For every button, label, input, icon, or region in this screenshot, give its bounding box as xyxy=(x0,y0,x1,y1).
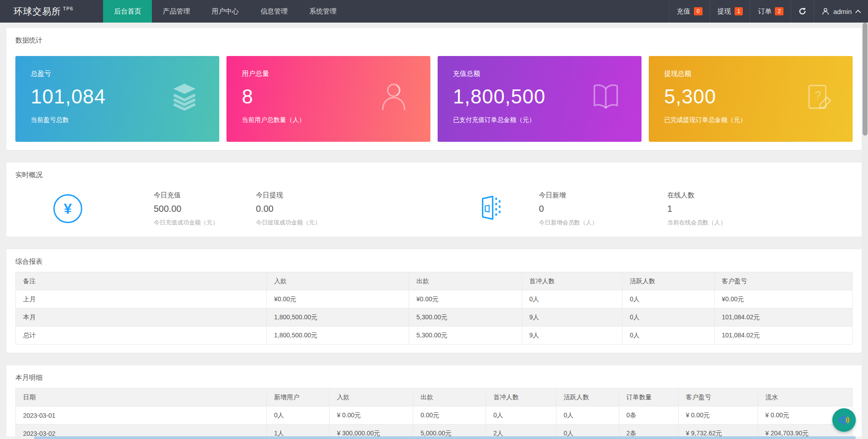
vertical-scrollbar-thumb[interactable] xyxy=(863,23,868,135)
table-header-row: 备注 入款 出款 首冲人数 活跃人数 客户盈亏 xyxy=(16,272,853,290)
door-panel-icon xyxy=(476,195,503,223)
app-logo: 环球交易所 TP6 xyxy=(0,0,87,23)
realtime-stat-today-withdraw: 今日提现 0.00 今日提现成功金额（元） xyxy=(256,191,358,227)
table-cell: 0人 xyxy=(556,406,619,425)
stats-panel: 数据统计 总盈亏 101,084 当前盈亏总数 用户总量 8 当 xyxy=(6,28,862,150)
withdraw-shortcut[interactable]: 提现 1 xyxy=(710,0,750,23)
voice-broadcast-button[interactable] xyxy=(832,408,856,432)
table-row: 总计 1,800,500.00元 5,300.00元 9人 0人 101,084… xyxy=(16,327,853,345)
table-row: 上月 ¥0.00元 ¥0.00元 0人 0人 ¥0.00元 xyxy=(16,290,853,308)
col-header: 首冲人数 xyxy=(486,388,556,406)
table-header-row: 日期 新增用户 入款 出款 首冲人数 活跃人数 订单数量 客户盈亏 流水 xyxy=(16,388,853,406)
col-header: 活跃人数 xyxy=(556,388,619,406)
main-menu: 后台首页 产品管理 用户中心 信息管理 系统管理 xyxy=(103,0,347,23)
svg-text:?: ? xyxy=(815,89,821,102)
realtime-stat-today-recharge: 今日充值 500.00 今日充值成功金额（元） xyxy=(154,191,256,227)
realtime-stat-new-members: 今日新增 0 今日新增会员数（人） xyxy=(539,191,667,227)
stat-card-desc: 当前盈亏总数 xyxy=(31,116,204,124)
table-cell: ¥0.00元 xyxy=(267,290,409,308)
stat-card-label: 总盈亏 xyxy=(31,70,204,78)
table-cell: 101,084.02元 xyxy=(714,327,852,345)
admin-menu[interactable]: admin xyxy=(814,0,868,23)
stat-desc: 今日新增会员数（人） xyxy=(539,219,667,227)
stat-value: 0 xyxy=(539,204,667,214)
stat-desc: 今日提现成功金额（元） xyxy=(256,219,358,227)
table-cell: 5,300.00元 xyxy=(409,308,522,327)
orders-label: 订单 xyxy=(758,7,771,16)
stat-card-label: 用户总量 xyxy=(242,70,415,78)
stat-card-desc: 已支付充值订单总金额（元） xyxy=(453,116,626,124)
menu-item-info[interactable]: 信息管理 xyxy=(250,0,298,23)
realtime-panel: 实时概况 ¥ 今日充值 500.00 今日充值成功金额（元） 今日提现 0.00… xyxy=(6,163,862,237)
layers-icon xyxy=(170,82,199,113)
stat-desc: 当前在线会员数（人） xyxy=(667,219,796,227)
refresh-icon xyxy=(798,7,807,15)
table-cell: 总计 xyxy=(16,327,267,345)
menu-item-home[interactable]: 后台首页 xyxy=(103,0,152,23)
app-title: 环球交易所 xyxy=(14,5,61,18)
stat-value: 1 xyxy=(667,204,796,214)
table-cell: 本月 xyxy=(16,308,267,327)
realtime-stat-online: 在线人数 1 当前在线会员数（人） xyxy=(667,191,796,227)
stat-label: 今日充值 xyxy=(154,191,256,200)
menu-item-system[interactable]: 系统管理 xyxy=(298,0,347,23)
admin-username: admin xyxy=(833,8,852,15)
stat-value: 500.00 xyxy=(154,204,256,214)
table-cell: 0人 xyxy=(267,406,330,425)
col-header: 入款 xyxy=(267,272,409,290)
recharge-label: 充值 xyxy=(677,7,690,16)
table-cell: 0条 xyxy=(619,406,678,425)
orders-shortcut[interactable]: 订单 2 xyxy=(750,0,791,23)
report-panel: 综合报表 备注 入款 出款 首冲人数 活跃人数 客户盈亏 上月 ¥0. xyxy=(6,249,862,353)
speaker-icon xyxy=(837,413,851,427)
stat-card-total-users: 用户总量 8 当前用户总数量（人） xyxy=(226,56,430,142)
orders-count-badge: 2 xyxy=(775,7,783,15)
month-detail-table: 日期 新增用户 入款 出款 首冲人数 活跃人数 订单数量 客户盈亏 流水 202… xyxy=(15,388,853,439)
table-cell: 9人 xyxy=(522,327,622,345)
refresh-button[interactable] xyxy=(791,0,814,23)
col-header: 出款 xyxy=(413,388,486,406)
col-header: 客户盈亏 xyxy=(678,388,758,406)
table-cell: 0.00元 xyxy=(413,406,486,425)
table-row: 2023-03-01 0人 ¥ 0.00元 0.00元 0人 0人 0条 ¥ 0… xyxy=(16,406,853,425)
table-cell: 0人 xyxy=(622,290,714,308)
month-detail-title: 本月明细 xyxy=(15,374,853,382)
vertical-scrollbar[interactable] xyxy=(862,23,868,439)
stat-card-desc: 已完成提现订单总金额（元） xyxy=(664,116,837,124)
table-cell: 9人 xyxy=(522,308,622,327)
menu-item-products[interactable]: 产品管理 xyxy=(152,0,201,23)
col-header: 首冲人数 xyxy=(522,272,622,290)
user-avatar-icon xyxy=(821,7,830,15)
table-cell: 101,084.02元 xyxy=(714,308,852,327)
horizontal-scrollbar[interactable] xyxy=(0,436,862,439)
table-cell: ¥ 0.00元 xyxy=(678,406,758,425)
withdraw-count-badge: 1 xyxy=(735,7,743,15)
table-cell: ¥0.00元 xyxy=(409,290,522,308)
app-version-tag: TP6 xyxy=(63,6,73,11)
col-header: 订单数量 xyxy=(619,388,678,406)
table-cell: 0人 xyxy=(622,308,714,327)
col-header: 流水 xyxy=(758,388,852,406)
stats-panel-title: 数据统计 xyxy=(15,36,853,44)
stat-card-total-recharge: 充值总额 1,800,500 已支付充值订单总金额（元） xyxy=(438,56,642,142)
table-cell: 2023-03-01 xyxy=(16,406,267,425)
horizontal-scrollbar-thumb[interactable] xyxy=(34,436,856,439)
col-header: 新增用户 xyxy=(267,388,330,406)
stat-label: 今日提现 xyxy=(256,191,358,200)
page-content: 数据统计 总盈亏 101,084 当前盈亏总数 用户总量 8 当 xyxy=(0,23,868,439)
recharge-count-badge: 0 xyxy=(694,7,703,15)
stat-cards: 总盈亏 101,084 当前盈亏总数 用户总量 8 当前用户总数量（人） xyxy=(15,56,853,142)
chevron-up-icon xyxy=(855,9,861,13)
menu-item-users[interactable]: 用户中心 xyxy=(201,0,250,23)
nav-right-group: 充值 0 提现 1 订单 2 a xyxy=(669,0,868,23)
stat-desc: 今日充值成功金额（元） xyxy=(154,219,256,227)
recharge-shortcut[interactable]: 充值 0 xyxy=(669,0,710,23)
stat-card-total-profit: 总盈亏 101,084 当前盈亏总数 xyxy=(15,56,219,142)
table-cell: ¥ 0.00元 xyxy=(330,406,413,425)
yen-circle-icon: ¥ xyxy=(53,194,82,223)
open-book-icon xyxy=(590,81,622,114)
stat-card-desc: 当前用户总数量（人） xyxy=(242,116,415,124)
col-header: 客户盈亏 xyxy=(714,272,852,290)
report-panel-title: 综合报表 xyxy=(15,257,853,266)
stat-card-total-withdraw: 提现总额 5,300 已完成提现订单总金额（元） ? xyxy=(649,56,853,142)
